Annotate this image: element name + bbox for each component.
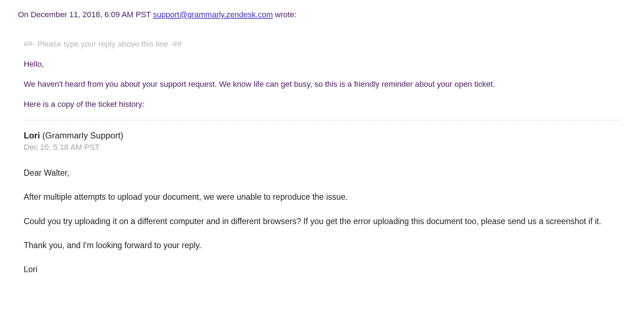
ticket-history: Lori (Grammarly Support) Dec 10, 5:18 AM… — [24, 131, 626, 276]
email-document: On December 11, 2018, 6:09 AM PST suppor… — [0, 0, 644, 290]
ticket-signature: Lori — [24, 264, 626, 275]
agent-timestamp: Dec 10, 5:18 AM PST — [24, 143, 626, 152]
intro-greeting: Hello, — [24, 60, 626, 69]
agent-name: Lori — [24, 131, 40, 140]
quote-header-prefix: On December 11, 2018, 6:09 AM PST — [18, 10, 153, 19]
ticket-paragraph: Thank you, and I'm looking forward to yo… — [24, 240, 626, 251]
ticket-paragraph: After multiple attempts to upload your d… — [24, 191, 626, 203]
ticket-salutation: Dear Walter, — [24, 167, 626, 179]
quote-header-suffix: wrote: — [273, 10, 297, 19]
sender-email-link[interactable]: support@grammarly.zendesk.com — [153, 10, 273, 19]
intro-section: Hello, We haven't heard from you about y… — [24, 60, 626, 109]
reply-marker: ##- Please type your reply above this li… — [24, 39, 626, 49]
quote-header: On December 11, 2018, 6:09 AM PST suppor… — [18, 10, 626, 19]
ticket-paragraph: Could you try uploading it on a differen… — [24, 216, 626, 227]
ticket-body: Dear Walter, After multiple attempts to … — [24, 167, 626, 276]
agent-org: (Grammarly Support) — [40, 131, 123, 140]
intro-history-label: Here is a copy of the ticket history: — [24, 100, 626, 109]
section-divider — [24, 120, 620, 120]
agent-line: Lori (Grammarly Support) — [24, 131, 626, 141]
intro-reminder: We haven't heard from you about your sup… — [24, 80, 626, 89]
